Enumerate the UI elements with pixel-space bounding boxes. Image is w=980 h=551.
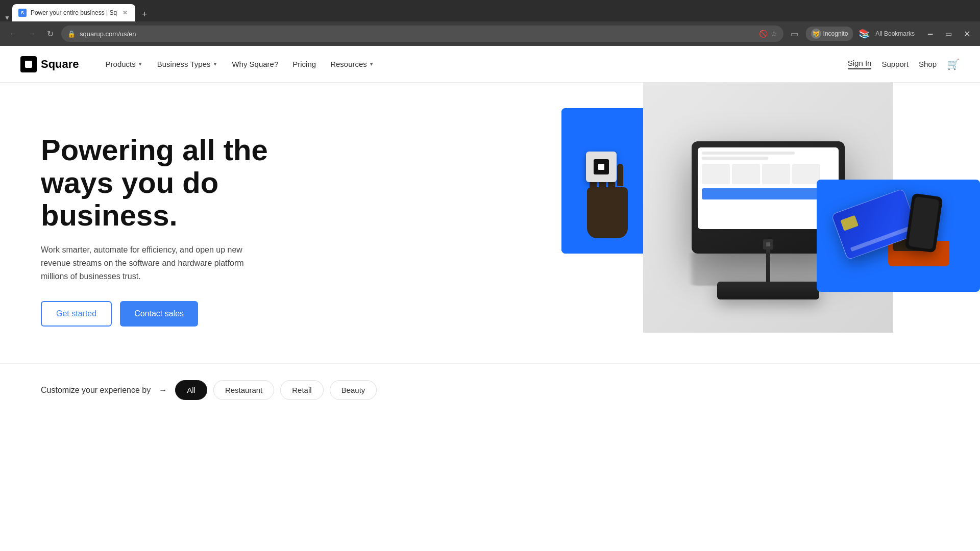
nav-links: Products ▼ Business Types ▼ Why Square? …: [100, 56, 848, 72]
browser-tabs: ▼ S Power your entire business | Sq ✕ +: [0, 0, 980, 21]
tab-close-button[interactable]: ✕: [121, 9, 129, 17]
support-link[interactable]: Support: [881, 60, 909, 68]
sign-in-link[interactable]: Sign In: [848, 59, 872, 69]
tab-group-arrow[interactable]: ▼: [4, 14, 10, 21]
logo-icon: [20, 56, 37, 72]
hero-images: [561, 83, 980, 363]
hero-subtitle: Work smarter, automate for efficiency, a…: [41, 243, 265, 283]
cart-icon[interactable]: 🛒: [947, 58, 960, 70]
filter-arrow: →: [159, 386, 167, 395]
hero-image-card: [817, 180, 980, 292]
close-window-button[interactable]: ✕: [960, 27, 974, 41]
eye-slash-icon: 🚫: [759, 30, 768, 38]
url-display: squarup.com/us/en: [80, 30, 755, 38]
contact-sales-button[interactable]: Contact sales: [120, 301, 198, 327]
filter-pill-retail[interactable]: Retail: [280, 380, 323, 400]
logo[interactable]: Square: [20, 56, 79, 72]
logo-inner-square: [25, 61, 32, 68]
back-button[interactable]: ←: [6, 27, 20, 41]
refresh-button[interactable]: ↻: [43, 27, 57, 41]
card-scene: [817, 180, 980, 292]
hero-section: Powering all the ways you do business. W…: [0, 83, 980, 363]
main-nav: Square Products ▼ Business Types ▼ Why S…: [0, 46, 980, 83]
bookmark-icon[interactable]: ☆: [771, 30, 777, 38]
tab-favicon: S: [18, 9, 27, 17]
nav-item-business-types[interactable]: Business Types ▼: [151, 56, 224, 72]
filter-pill-restaurant[interactable]: Restaurant: [213, 380, 274, 400]
hero-content: Powering all the ways you do business. W…: [41, 123, 306, 327]
chevron-down-icon: ▼: [212, 61, 217, 67]
minimize-button[interactable]: ‒: [923, 27, 937, 41]
chevron-down-icon: ▼: [138, 61, 143, 67]
maximize-button[interactable]: ▭: [941, 27, 955, 41]
incognito-label: Incognito: [823, 30, 848, 37]
nav-item-resources[interactable]: Resources ▼: [324, 56, 380, 72]
square-reader: [586, 152, 617, 182]
hand-illustration: [577, 146, 638, 238]
browser-toolbar: ← → ↻ 🔒 squarup.com/us/en 🚫 ☆ ▭ 😿 Incogn…: [0, 21, 980, 46]
get-started-button[interactable]: Get started: [41, 301, 112, 327]
nav-item-why-square[interactable]: Why Square?: [226, 56, 284, 72]
split-view-button[interactable]: ▭: [788, 27, 802, 41]
incognito-icon: 😿: [811, 29, 821, 39]
nav-item-products[interactable]: Products ▼: [100, 56, 149, 72]
nav-right: Sign In Support Shop 🛒: [848, 58, 960, 70]
filter-label: Customize your experience by: [41, 386, 151, 395]
tab-title: Power your entire business | Sq: [31, 9, 117, 16]
address-bar[interactable]: 🔒 squarup.com/us/en 🚫 ☆: [61, 26, 783, 42]
logo-text: Square: [41, 58, 79, 71]
hero-buttons: Get started Contact sales: [41, 301, 306, 327]
filter-section: Customize your experience by → All Resta…: [0, 363, 980, 416]
all-bookmarks-label: All Bookmarks: [875, 30, 915, 37]
chevron-down-icon: ▼: [369, 61, 374, 67]
forward-button[interactable]: →: [24, 27, 39, 41]
hero-title: Powering all the ways you do business.: [41, 134, 306, 231]
bookmarks-button[interactable]: 📚: [857, 27, 871, 41]
shop-link[interactable]: Shop: [919, 60, 937, 68]
address-bar-icons: 🚫 ☆: [759, 30, 777, 38]
filter-pill-beauty[interactable]: Beauty: [330, 380, 377, 400]
incognito-badge: 😿 Incognito: [806, 27, 853, 41]
website-content: Square Products ▼ Business Types ▼ Why S…: [0, 46, 980, 416]
active-tab[interactable]: S Power your entire business | Sq ✕: [12, 4, 135, 21]
nav-item-pricing[interactable]: Pricing: [286, 56, 322, 72]
filter-pills: All Restaurant Retail Beauty: [175, 380, 377, 400]
new-tab-button[interactable]: +: [137, 7, 152, 21]
filter-pill-all[interactable]: All: [175, 380, 207, 400]
browser-chrome: ▼ S Power your entire business | Sq ✕ + …: [0, 0, 980, 46]
